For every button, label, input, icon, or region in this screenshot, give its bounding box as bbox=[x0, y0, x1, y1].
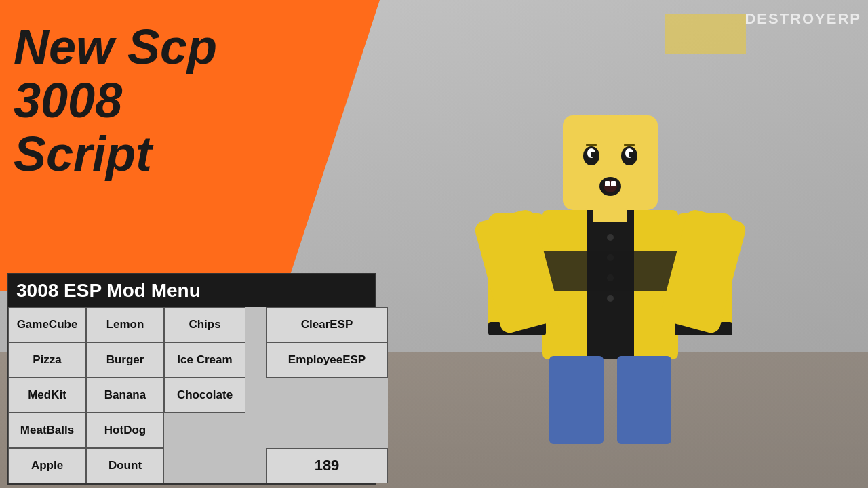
empty-r3 bbox=[266, 378, 388, 413]
menu-cell-medkit[interactable]: MedKit bbox=[8, 378, 86, 413]
mod-menu-title: 3008 ESP Mod Menu bbox=[8, 274, 375, 307]
spacer-r4 bbox=[245, 413, 266, 448]
character-area bbox=[373, 41, 848, 488]
menu-cell-meatballs[interactable]: MeatBalls bbox=[8, 413, 86, 448]
menu-cell-employeeesp[interactable]: EmployeeESP bbox=[266, 342, 388, 378]
menu-cell-lemon[interactable]: Lemon bbox=[86, 307, 164, 342]
svg-rect-19 bbox=[624, 144, 635, 146]
menu-cell-chocolate[interactable]: Chocolate bbox=[164, 378, 245, 413]
spacer-r2 bbox=[245, 342, 266, 378]
spacer-r1 bbox=[245, 307, 266, 342]
svg-point-4 bbox=[607, 234, 614, 241]
menu-cell-clearesp[interactable]: ClearESP bbox=[266, 307, 388, 342]
svg-rect-10 bbox=[617, 356, 671, 444]
title-line1: New Scp bbox=[14, 20, 271, 74]
character-svg bbox=[468, 41, 753, 461]
menu-cell-dount[interactable]: Dount bbox=[86, 448, 164, 483]
mod-menu: 3008 ESP Mod Menu GameCube Lemon Chips C… bbox=[7, 273, 376, 485]
svg-rect-23 bbox=[611, 181, 616, 186]
menu-cell-hotdog[interactable]: HotDog bbox=[86, 413, 164, 448]
menu-cell-chips[interactable]: Chips bbox=[164, 307, 245, 342]
empty-r5c3 bbox=[164, 448, 245, 483]
menu-cell-banana[interactable]: Banana bbox=[86, 378, 164, 413]
svg-rect-24 bbox=[593, 209, 627, 222]
empty-r4c3 bbox=[164, 413, 245, 448]
svg-point-7 bbox=[607, 295, 614, 302]
svg-point-16 bbox=[591, 152, 596, 157]
menu-cell-burger[interactable]: Burger bbox=[86, 342, 164, 378]
empty-r4 bbox=[266, 413, 388, 448]
menu-cell-icecream[interactable]: Ice Cream bbox=[164, 342, 245, 378]
watermark-text: DESTROYERP bbox=[745, 10, 861, 28]
svg-rect-22 bbox=[605, 181, 610, 186]
menu-cell-number: 189 bbox=[266, 448, 388, 483]
mod-menu-grid: GameCube Lemon Chips ClearESP Pizza Burg… bbox=[8, 307, 375, 483]
svg-rect-18 bbox=[586, 144, 597, 146]
title-line2: 3008 bbox=[14, 74, 271, 127]
menu-cell-gamecube[interactable]: GameCube bbox=[8, 307, 86, 342]
spacer-r3 bbox=[245, 378, 266, 413]
menu-cell-pizza[interactable]: Pizza bbox=[8, 342, 86, 378]
menu-cell-apple[interactable]: Apple bbox=[8, 448, 86, 483]
title-line3: Script bbox=[14, 127, 271, 181]
svg-rect-8 bbox=[542, 251, 678, 291]
title-text: New Scp 3008 Script bbox=[14, 20, 271, 182]
spacer-r5 bbox=[245, 448, 266, 483]
svg-point-17 bbox=[629, 152, 634, 157]
svg-rect-9 bbox=[549, 356, 604, 444]
